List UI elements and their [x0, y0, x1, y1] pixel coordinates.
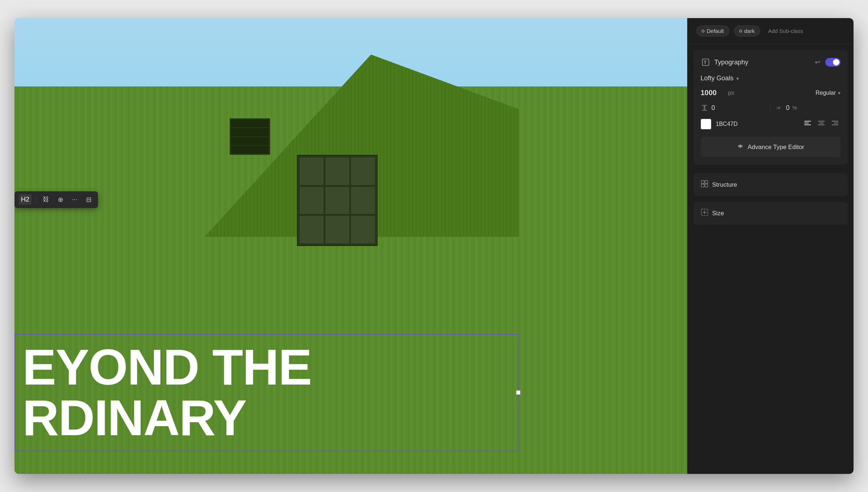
line-height-group: 0: [701, 104, 766, 112]
tab-dark[interactable]: dark: [734, 25, 760, 37]
typography-section-title: Typography: [714, 59, 748, 66]
louver: [230, 118, 270, 155]
window-pane: [350, 186, 375, 215]
color-align-row: 1BC47D: [701, 119, 841, 130]
window-pane: [350, 157, 375, 186]
size-section: Size: [693, 202, 848, 225]
typography-icon: T: [701, 57, 711, 67]
right-panel: Default dark Add Sub-class T Typograp: [687, 18, 854, 474]
svg-rect-20: [701, 181, 704, 183]
section-title-group: T Typography: [701, 57, 748, 67]
chevron-down-icon: ▾: [736, 76, 739, 81]
headline-line2: RDINARY: [15, 393, 518, 443]
advance-type-editor-button[interactable]: Advance Type Editor: [701, 137, 841, 157]
letter-spacing-value[interactable]: 0: [786, 104, 790, 112]
font-family-selector[interactable]: Lofty Goals ▾: [701, 75, 841, 82]
align-center-button[interactable]: [816, 119, 827, 129]
window-pane: [299, 157, 324, 186]
louver-slat: [231, 128, 269, 136]
font-weight-selector[interactable]: Regular ▾: [816, 90, 841, 96]
database-button[interactable]: ⊟: [84, 194, 94, 205]
tab-default-dot: [702, 30, 705, 33]
heading-button[interactable]: H2: [19, 194, 31, 205]
main-container: H2 ⛓ ⊕ ··· ⊟ EYOND THE RDINARY Default: [14, 18, 854, 474]
align-left-button[interactable]: [802, 119, 813, 129]
window-pane: [299, 215, 324, 244]
size-weight-row: 1000 px Regular ▾: [701, 89, 841, 97]
align-buttons: [802, 119, 841, 129]
color-hex-value[interactable]: 1BC47D: [716, 121, 737, 127]
link-button[interactable]: ⛓: [41, 194, 51, 205]
letter-spacing-group: A 0 %: [775, 104, 841, 112]
advance-type-editor-label: Advance Type Editor: [748, 144, 804, 151]
floating-toolbar: H2 ⛓ ⊕ ··· ⊟: [14, 191, 98, 208]
window-pane: [325, 215, 350, 244]
metrics-row: 0 A 0 %: [701, 103, 841, 112]
section-controls: ↩: [815, 58, 841, 67]
window-pane: [325, 186, 350, 215]
structure-icon: [701, 180, 709, 190]
louver-slat: [231, 137, 269, 145]
line-height-icon: [701, 104, 709, 112]
svg-text:T: T: [704, 60, 707, 65]
tab-dark-label: dark: [744, 28, 755, 34]
font-size-group: 1000 px: [701, 89, 811, 97]
undo-button[interactable]: ↩: [815, 58, 820, 66]
size-section-title: Size: [712, 210, 724, 217]
subclass-tabs: Default dark Add Sub-class: [688, 18, 854, 44]
more-button[interactable]: ···: [70, 194, 80, 205]
structure-section: Structure: [693, 173, 848, 196]
font-size-unit: px: [728, 90, 734, 96]
tab-dark-dot: [739, 30, 742, 33]
advance-type-editor-icon: [737, 143, 744, 152]
headline-line1: EYOND THE: [15, 342, 518, 393]
font-weight-label: Regular: [816, 90, 836, 96]
typography-section: T Typography ↩ Lofty Goals ▾: [693, 50, 848, 165]
tab-default[interactable]: Default: [696, 25, 729, 37]
font-size-value[interactable]: 1000: [701, 89, 726, 97]
weight-chevron-icon: ▾: [838, 90, 841, 96]
svg-rect-21: [705, 181, 708, 183]
window-pane: [325, 157, 350, 186]
window-pane: [350, 215, 375, 244]
add-subclass-button[interactable]: Add Sub-class: [765, 26, 807, 36]
align-right-button[interactable]: [830, 119, 841, 129]
text-selection-box[interactable]: EYOND THE RDINARY: [14, 334, 519, 451]
tab-default-label: Default: [707, 28, 724, 34]
section-header: T Typography ↩: [701, 57, 841, 67]
metrics-separator: [770, 103, 771, 112]
letter-spacing-unit: %: [792, 105, 797, 111]
window-group: [297, 155, 378, 246]
font-family-row: Lofty Goals ▾: [701, 75, 841, 82]
svg-rect-23: [705, 184, 708, 187]
window-pane: [299, 186, 324, 215]
font-family-name: Lofty Goals: [701, 75, 733, 82]
size-icon: [701, 208, 709, 218]
louver-slat: [231, 119, 269, 127]
typography-toggle[interactable]: [825, 58, 841, 67]
toolbar-divider: [36, 196, 36, 203]
line-height-value[interactable]: 0: [711, 104, 715, 112]
louver-slat: [231, 146, 269, 154]
canvas-area: H2 ⛓ ⊕ ··· ⊟ EYOND THE RDINARY: [14, 18, 687, 474]
selection-handle-right[interactable]: [516, 390, 520, 395]
svg-rect-22: [701, 184, 704, 187]
color-swatch[interactable]: [701, 119, 711, 130]
letter-spacing-icon: A: [775, 104, 783, 112]
structure-section-title: Structure: [712, 181, 737, 188]
ai-button[interactable]: ⊕: [56, 194, 65, 205]
